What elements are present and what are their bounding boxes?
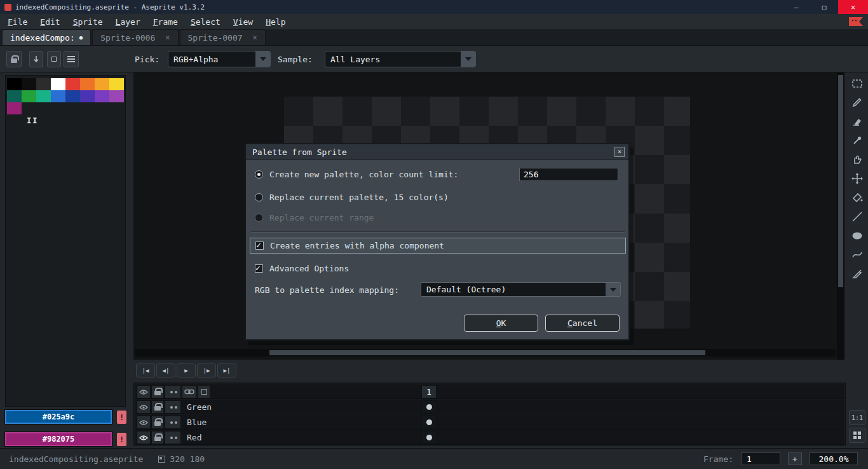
palette-swatch[interactable] xyxy=(109,90,124,102)
palette-options-button[interactable] xyxy=(64,51,79,67)
checkbox-alpha-component[interactable]: Create entries with alpha component xyxy=(250,238,626,254)
zoom-field[interactable]: 200.0% xyxy=(810,452,858,465)
tab-sprite-0006[interactable]: Sprite-0006 × xyxy=(92,29,178,45)
eraser-tool-icon[interactable] xyxy=(849,113,865,130)
menu-view[interactable]: View xyxy=(227,15,259,29)
first-frame-button[interactable]: |◀ xyxy=(136,364,155,377)
close-button[interactable]: ✕ xyxy=(838,0,868,14)
layer-continuous-toggle[interactable] xyxy=(165,400,181,414)
menu-file[interactable]: File xyxy=(1,15,34,29)
line-tool-icon[interactable] xyxy=(849,208,865,225)
menu-help[interactable]: Help xyxy=(259,15,292,29)
mapping-dropdown[interactable]: Default (Octree) xyxy=(421,282,621,297)
last-frame-button[interactable]: ▶| xyxy=(217,364,236,377)
timeline-lock-toggle[interactable] xyxy=(151,385,164,398)
palette-swatch[interactable] xyxy=(109,78,124,90)
chevron-down-icon[interactable] xyxy=(255,51,270,67)
add-frame-button[interactable]: + xyxy=(788,452,802,465)
palette-swatch[interactable] xyxy=(95,90,109,102)
palette-swatch[interactable] xyxy=(80,90,95,102)
palette-swatch[interactable] xyxy=(7,102,22,114)
dialog-close-button[interactable]: × xyxy=(614,147,625,157)
foreground-color-field[interactable]: #025a9c xyxy=(5,410,112,424)
tab-close-icon[interactable]: × xyxy=(253,33,257,42)
layer-continuous-toggle[interactable] xyxy=(165,416,181,429)
tab-sprite-0007[interactable]: Sprite-0007 × xyxy=(180,29,266,45)
timeline-cel-properties-button[interactable] xyxy=(198,385,210,398)
layer-name[interactable]: Green xyxy=(182,400,420,414)
cel[interactable] xyxy=(421,431,437,444)
timeline-eye-toggle[interactable] xyxy=(137,385,151,398)
menu-sprite[interactable]: Sprite xyxy=(67,15,109,29)
paint-bucket-tool-icon[interactable] xyxy=(849,189,865,206)
palette-swatch[interactable] xyxy=(65,78,80,90)
palette-swatch[interactable] xyxy=(7,90,22,102)
color-count-limit-field[interactable] xyxy=(519,168,618,181)
timeline-link-button[interactable] xyxy=(182,385,197,398)
play-button[interactable]: ▶ xyxy=(177,364,196,377)
layer-lock-toggle[interactable] xyxy=(151,431,164,444)
background-warning-icon[interactable]: ! xyxy=(117,433,126,446)
sample-dropdown[interactable]: All Layers xyxy=(325,51,476,67)
maximize-button[interactable]: □ xyxy=(810,0,838,14)
pixel-ratio-button[interactable]: 1:1 xyxy=(849,410,865,425)
chevron-down-icon[interactable] xyxy=(460,51,475,67)
cel[interactable] xyxy=(421,416,437,429)
palette-swatch[interactable] xyxy=(95,78,109,90)
layer-lock-toggle[interactable] xyxy=(151,400,164,414)
frame-number-header[interactable]: 1 xyxy=(421,385,437,398)
next-frame-button[interactable]: |▶ xyxy=(197,364,216,377)
palette-swatch[interactable] xyxy=(51,90,65,102)
palette-presets-button[interactable] xyxy=(47,51,61,67)
pencil-tool-icon[interactable] xyxy=(849,94,865,111)
menu-layer[interactable]: Layer xyxy=(109,15,147,29)
menu-frame[interactable]: Frame xyxy=(147,15,184,29)
timeline-grid-button[interactable] xyxy=(849,428,865,443)
cel[interactable] xyxy=(421,400,437,414)
layer-visibility-toggle[interactable] xyxy=(137,416,151,429)
dialog-titlebar[interactable]: Palette from Sprite × xyxy=(246,144,628,160)
palette-swatch[interactable] xyxy=(7,78,22,90)
radio-replace-current-palette[interactable]: Replace current palette, 15 color(s) xyxy=(255,190,449,204)
tab-indexedcompositing[interactable]: indexedCompo: ● xyxy=(2,29,91,45)
layer-name[interactable]: Red xyxy=(182,430,420,444)
lock-palette-button[interactable] xyxy=(6,51,22,67)
menu-edit[interactable]: Edit xyxy=(34,15,66,29)
radio-icon[interactable] xyxy=(255,193,263,201)
hand-tool-icon[interactable] xyxy=(849,151,865,168)
layer-name[interactable]: Blue xyxy=(182,415,420,429)
cancel-button[interactable]: Cancel xyxy=(545,315,620,332)
ok-button[interactable]: OK xyxy=(464,315,538,332)
vertical-scrollbar-thumb[interactable] xyxy=(838,75,843,287)
checkbox-icon[interactable] xyxy=(255,264,263,273)
foreground-warning-icon[interactable]: ! xyxy=(117,411,126,424)
move-tool-icon[interactable] xyxy=(849,170,865,187)
eyedropper-tool-icon[interactable] xyxy=(849,132,865,149)
contour-tool-icon[interactable] xyxy=(849,247,865,263)
tab-close-icon[interactable]: × xyxy=(165,33,170,42)
ellipse-tool-icon[interactable] xyxy=(849,228,865,244)
checkbox-icon[interactable] xyxy=(255,241,264,250)
palette-swatch[interactable] xyxy=(65,90,80,102)
menu-select[interactable]: Select xyxy=(184,15,227,29)
palette-swatch[interactable] xyxy=(80,78,95,90)
layer-continuous-toggle[interactable] xyxy=(165,431,181,444)
horizontal-scrollbar-thumb[interactable] xyxy=(269,350,705,355)
palette-swatch[interactable] xyxy=(51,78,65,90)
minimize-button[interactable]: – xyxy=(782,0,810,14)
previous-frame-button[interactable]: ◀| xyxy=(156,364,175,377)
radio-icon[interactable] xyxy=(255,170,263,179)
layer-visibility-toggle[interactable] xyxy=(137,431,151,444)
checkbox-advanced-options[interactable]: Advanced Options xyxy=(255,261,349,275)
pick-dropdown[interactable]: RGB+Alpha xyxy=(168,51,271,67)
rectangular-marquee-tool-icon[interactable] xyxy=(849,75,865,92)
palette-swatch[interactable] xyxy=(22,78,36,90)
layer-lock-toggle[interactable] xyxy=(151,416,164,429)
slice-tool-icon[interactable] xyxy=(849,266,865,282)
timeline-continuous-toggle[interactable] xyxy=(165,385,181,398)
chevron-down-icon[interactable] xyxy=(605,283,620,296)
layer-visibility-toggle[interactable] xyxy=(137,400,151,414)
radio-create-new-palette[interactable]: Create new palette, color count limit: xyxy=(255,167,458,181)
palette-swatch[interactable] xyxy=(22,90,36,102)
palette-swatch[interactable] xyxy=(36,78,51,90)
